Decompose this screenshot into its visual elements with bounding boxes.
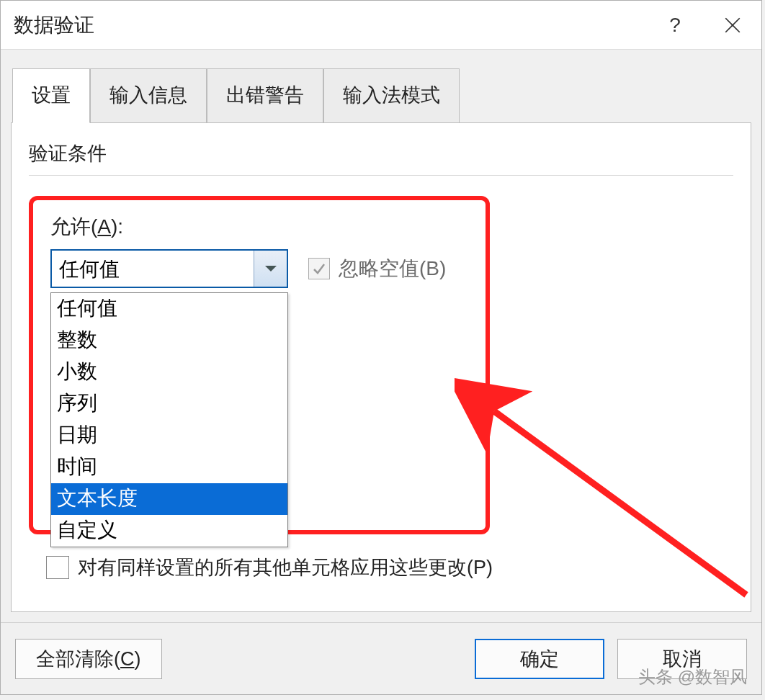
tabstrip: 设置 输入信息 出错警告 输入法模式	[12, 68, 751, 123]
apply-changes-checkbox[interactable]	[46, 556, 69, 579]
button-bar: 全部清除(C) 确定 取消	[1, 622, 761, 694]
check-icon	[312, 261, 326, 276]
allow-dropdown-list[interactable]: 任何值 整数 小数 序列 日期 时间 文本长度 自定义	[50, 292, 288, 547]
dialog-body: 设置 输入信息 出错警告 输入法模式 验证条件 允许(A): 任何值	[1, 50, 761, 622]
ignore-blank-checkbox[interactable]	[308, 258, 330, 279]
titlebar: 数据验证 ?	[1, 1, 761, 50]
highlight-annotation: 允许(A): 任何值 忽略空值(B)	[29, 196, 490, 534]
close-button[interactable]	[704, 1, 761, 50]
allow-combobox-value: 任何值	[52, 251, 254, 287]
data-validation-dialog: 数据验证 ? 设置 输入信息 出错警告 输入法模式 验证条件 允许(A): 任何…	[0, 0, 762, 695]
tab-panel-settings: 验证条件 允许(A): 任何值	[11, 122, 751, 612]
apply-changes-row: 对有同样设置的所有其他单元格应用这些更改(P)	[46, 555, 733, 580]
apply-changes-label: 对有同样设置的所有其他单元格应用这些更改(P)	[78, 555, 493, 580]
close-icon	[723, 16, 742, 35]
dropdown-item-custom[interactable]: 自定义	[51, 515, 287, 547]
tab-error-alert[interactable]: 出错警告	[207, 68, 323, 123]
chevron-down-icon	[264, 264, 277, 273]
allow-combobox-button[interactable]	[254, 251, 287, 287]
cancel-button[interactable]: 取消	[617, 639, 747, 679]
help-button[interactable]: ?	[646, 1, 704, 50]
ignore-blank-label: 忽略空值(B)	[339, 255, 446, 282]
allow-label: 允许(A):	[50, 213, 473, 241]
dropdown-item-integer[interactable]: 整数	[51, 325, 287, 356]
dropdown-item-date[interactable]: 日期	[51, 420, 287, 452]
dropdown-item-time[interactable]: 时间	[51, 452, 287, 483]
ok-button[interactable]: 确定	[475, 639, 604, 679]
dropdown-item-decimal[interactable]: 小数	[51, 356, 287, 388]
section-divider	[29, 175, 733, 176]
tab-input-message[interactable]: 输入信息	[90, 68, 207, 123]
dropdown-item-list[interactable]: 序列	[51, 388, 287, 420]
dialog-title: 数据验证	[14, 12, 646, 39]
dropdown-item-textlength[interactable]: 文本长度	[51, 483, 287, 515]
clear-all-button[interactable]: 全部清除(C)	[15, 639, 162, 679]
tab-settings[interactable]: 设置	[12, 68, 90, 123]
dropdown-item-any[interactable]: 任何值	[51, 293, 287, 325]
ignore-blank-wrap: 忽略空值(B)	[308, 255, 446, 282]
allow-combobox[interactable]: 任何值	[50, 249, 288, 288]
tab-ime-mode[interactable]: 输入法模式	[323, 68, 460, 123]
section-title: 验证条件	[29, 140, 733, 172]
